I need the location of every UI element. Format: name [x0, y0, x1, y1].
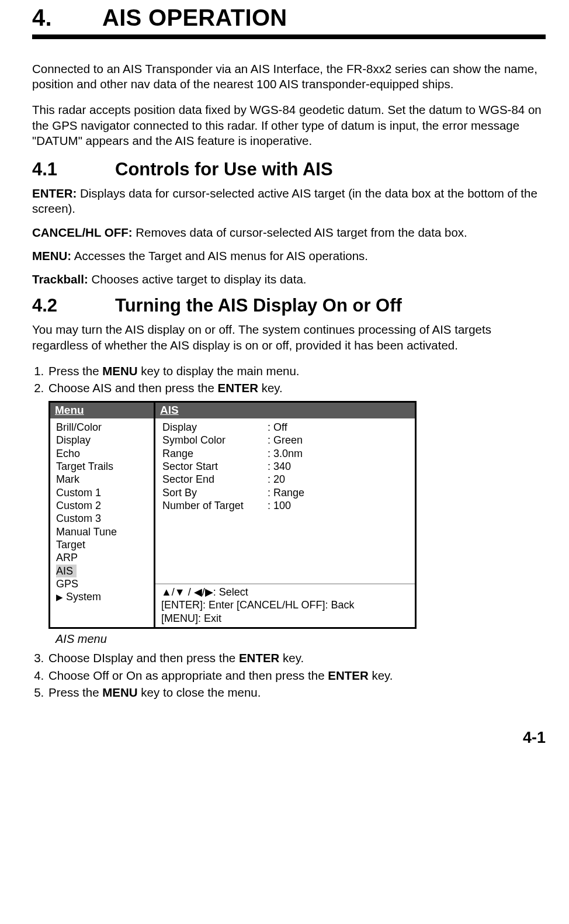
section-heading-4-1: 4.1Controls for Use with AIS [32, 159, 546, 180]
menu-item-target-trails: Target Trails [56, 460, 148, 473]
ais-row-range: Range: 3.0nm [162, 447, 408, 460]
menu-left-header: Menu [50, 403, 154, 418]
control-trackball-label: Trackball: [32, 272, 88, 286]
step-1: Press the MENU key to display the main m… [47, 364, 546, 379]
control-menu-desc: Accesses the Target and AIS menus for AI… [71, 249, 368, 262]
page-number: 4-1 [32, 729, 546, 747]
menu-item-gps: GPS [56, 577, 148, 590]
steps-list-top: Press the MENU key to display the main m… [32, 364, 546, 396]
menu-left-panel: Menu Brill/Color Display Echo Target Tra… [50, 403, 155, 627]
menu-item-custom-1: Custom 1 [56, 486, 148, 499]
step-3: Choose DIsplay and then press the ENTER … [47, 650, 546, 666]
chevron-right-icon: ▶ [56, 592, 63, 602]
section-4-2-intro: You may turn the AIS display on or off. … [32, 322, 546, 352]
control-trackball: Trackball: Chooses active target to disp… [32, 272, 546, 287]
control-cancel: CANCEL/HL OFF: Removes data of cursor-se… [32, 225, 546, 240]
chapter-title: 4.AIS OPERATION [32, 5, 546, 31]
menu-item-custom-3: Custom 3 [56, 512, 148, 525]
figure-caption: AIS menu [55, 632, 546, 646]
footer-line-2: [ENTER]: Enter [CANCEL/HL OFF]: Back [161, 598, 409, 611]
footer-line-1: ▲/▼ / ◀/▶: Select [161, 586, 409, 598]
title-rule [32, 34, 546, 39]
control-enter-label: ENTER: [32, 186, 77, 200]
section-title: Turning the AIS Display On or Off [115, 295, 402, 316]
menu-item-target: Target [56, 538, 148, 551]
menu-footer: ▲/▼ / ◀/▶: Select [ENTER]: Enter [CANCEL… [155, 583, 415, 627]
menu-right-body: Display: Off Symbol Color: Green Range: … [155, 418, 415, 583]
chapter-number: 4. [32, 5, 102, 31]
section-number: 4.1 [32, 159, 115, 180]
control-enter-desc: Displays data for cursor-selected active… [32, 186, 537, 215]
menu-item-manual-tune: Manual Tune [56, 525, 148, 538]
section-heading-4-2: 4.2Turning the AIS Display On or Off [32, 295, 546, 316]
ais-row-symbol-color: Symbol Color: Green [162, 434, 408, 447]
menu-item-brill-color: Brill/Color [56, 421, 148, 434]
section-title: Controls for Use with AIS [115, 159, 333, 179]
control-cancel-label: CANCEL/HL OFF: [32, 226, 133, 239]
ais-row-sort-by: Sort By: Range [162, 486, 408, 499]
step-5: Press the MENU key to close the menu. [47, 685, 546, 701]
control-menu: MENU: Accesses the Target and AIS menus … [32, 248, 546, 264]
menu-item-system: ▶ System [56, 590, 148, 603]
footer-line-3: [MENU]: Exit [161, 612, 409, 625]
step-4: Choose Off or On as appropriate and then… [47, 668, 546, 684]
steps-list-bottom: Choose DIsplay and then press the ENTER … [32, 650, 546, 701]
step-2: Choose AIS and then press the ENTER key. [47, 380, 546, 396]
ais-row-number-of-target: Number of Target: 100 [162, 499, 408, 512]
menu-item-echo: Echo [56, 447, 148, 460]
control-cancel-desc: Removes data of cursor-selected AIS targ… [133, 226, 467, 239]
ais-row-sector-start: Sector Start: 340 [162, 460, 408, 473]
chapter-name: AIS OPERATION [102, 5, 287, 30]
menu-item-custom-2: Custom 2 [56, 499, 148, 512]
control-trackball-desc: Chooses active target to display its dat… [88, 272, 307, 286]
menu-item-mark: Mark [56, 473, 148, 486]
ais-row-display: Display: Off [162, 421, 408, 434]
menu-right-panel: AIS Display: Off Symbol Color: Green Ran… [155, 403, 415, 627]
intro-paragraph-1: Connected to an AIS Transponder via an A… [32, 61, 546, 92]
menu-left-body: Brill/Color Display Echo Target Trails M… [50, 418, 154, 627]
control-enter: ENTER: Displays data for cursor-selected… [32, 186, 546, 216]
menu-item-arp: ARP [56, 551, 148, 564]
control-menu-label: MENU: [32, 249, 71, 262]
ais-row-sector-end: Sector End: 20 [162, 473, 408, 486]
intro-paragraph-2: This radar accepts position data fixed b… [32, 102, 546, 148]
ais-menu-figure: Menu Brill/Color Display Echo Target Tra… [48, 401, 417, 629]
menu-screenshot: Menu Brill/Color Display Echo Target Tra… [48, 401, 417, 629]
menu-item-display: Display [56, 434, 148, 447]
menu-item-ais-selected: AIS [56, 565, 148, 577]
menu-right-header: AIS [155, 403, 415, 418]
section-number: 4.2 [32, 295, 115, 316]
